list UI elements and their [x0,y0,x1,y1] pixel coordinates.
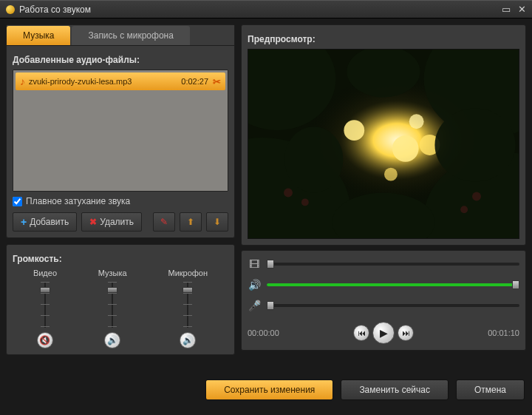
video-seek-slider[interactable] [267,263,519,266]
speaker-icon: 🔊 [248,279,261,291]
svg-point-11 [434,108,515,181]
arrow-up-icon: ⬆ [187,217,194,227]
svg-point-16 [301,198,309,206]
doc-icon: ✎ [160,217,168,227]
audio-level-slider[interactable] [267,283,519,286]
file-list: ♪ zvuki-prirody-zvuki-lesa.mp3 0:02:27 ✂ [13,70,228,192]
app-icon [6,5,15,14]
titlebar: Работа со звуком ▭ ✕ [0,0,532,18]
add-label: Добавить [30,217,69,227]
file-item[interactable]: ♪ zvuki-prirody-zvuki-lesa.mp3 0:02:27 ✂ [16,72,225,90]
svg-point-6 [384,168,398,181]
music-note-icon: ♪ [20,75,25,87]
vol-music-slider[interactable] [106,282,119,328]
delete-label: Удалить [100,217,134,227]
replace-button[interactable]: Заменить сейчас [341,379,449,400]
next-button[interactable]: ⏭ [398,325,414,341]
video-preview[interactable] [248,49,519,239]
add-button[interactable]: + Добавить [13,212,77,232]
delete-button[interactable]: ✖ Удалить [81,212,142,232]
vol-video-slider[interactable] [38,282,52,328]
vol-mic-label: Микрофон [168,269,208,277]
time-total: 00:01:10 [488,328,519,337]
move-up-button[interactable]: ⬆ [180,212,202,232]
tabs: Музыка Запись с микрофона [7,25,234,46]
plus-icon: + [21,216,27,228]
svg-point-3 [392,135,419,162]
prev-button[interactable]: ⏮ [353,325,369,341]
vol-video-mute-icon[interactable]: 🔇 [37,332,53,348]
vol-video-label: Видео [33,269,57,277]
minimize-icon[interactable]: ▭ [502,4,511,15]
tab-record[interactable]: Запись с микрофона [72,26,189,45]
save-button[interactable]: Сохранить изменения [205,379,333,400]
svg-point-15 [284,189,293,198]
svg-point-17 [472,192,481,200]
mic-icon: 🎤 [248,300,261,311]
svg-point-5 [409,114,424,129]
play-button[interactable]: ▶ [372,322,395,344]
scissors-icon[interactable]: ✂ [213,76,221,87]
vol-music-mute-icon[interactable]: 🔊 [104,332,120,348]
files-header: Добавленные аудио-файлы: [13,55,228,65]
window-title: Работа со звуком [19,4,502,15]
arrow-down-icon: ⬇ [214,217,221,227]
tab-music[interactable]: Музыка [7,26,70,45]
time-current: 00:00:00 [248,328,279,337]
x-icon: ✖ [89,217,97,227]
mic-level-slider[interactable] [267,304,519,307]
svg-point-18 [460,206,468,213]
vol-mic-slider[interactable] [181,282,194,328]
close-icon[interactable]: ✕ [518,4,526,15]
preview-header: Предпросмотр: [248,34,519,44]
move-down-button[interactable]: ⬇ [206,212,228,232]
vol-music-label: Музыка [98,269,127,277]
vol-mic-mute-icon[interactable]: 🔊 [180,332,196,348]
volume-header: Громкость: [13,254,228,264]
tool-button[interactable]: ✎ [153,212,175,232]
cancel-button[interactable]: Отмена [456,379,525,400]
file-name: zvuki-prirody-zvuki-lesa.mp3 [29,77,181,86]
fade-label: Плавное затухание звука [26,196,130,206]
svg-point-12 [284,126,343,192]
fade-checkbox[interactable] [13,197,22,206]
file-duration: 0:02:27 [181,77,208,86]
film-icon: 🎞 [248,258,261,270]
svg-point-2 [344,120,364,141]
